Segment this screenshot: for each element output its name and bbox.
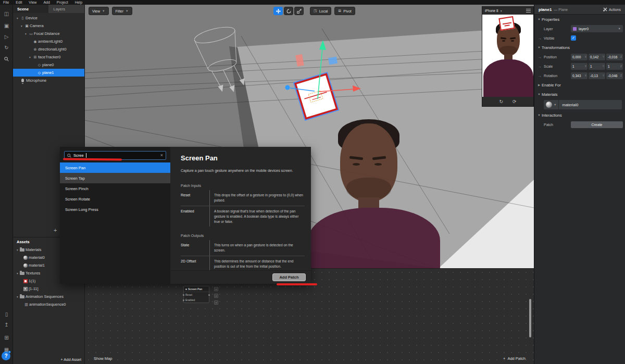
menu-edit[interactable]: Edit [16, 1, 22, 4]
position-y-field[interactable]: 0,142Y [589, 54, 605, 60]
position-x-field[interactable]: 0,000X [571, 54, 588, 60]
node-output-pin[interactable]: + [214, 287, 218, 291]
local-dropdown[interactable]: ◳ Local [310, 7, 331, 15]
patch-arrow-icon[interactable]: → [538, 65, 542, 68]
section-materials[interactable]: ▼ Materials [534, 90, 625, 99]
expand-arrow-icon[interactable]: ▾ [19, 24, 24, 28]
hamburger-menu-icon[interactable] [526, 9, 531, 12]
tree-item-directional-light[interactable]: ⊛ directionalLight0 [13, 45, 84, 53]
add-patch-bottom-button[interactable]: + Add Patch [503, 356, 526, 361]
create-patch-button[interactable]: Create [571, 121, 623, 128]
expand-arrow-icon[interactable]: ▾ [15, 17, 20, 20]
scale-x-field[interactable]: 1X [571, 63, 588, 70]
collapse-arrow-icon[interactable]: ▼ [536, 46, 542, 49]
scene-add-button[interactable]: + [54, 227, 57, 233]
asset-animation-sequence0[interactable]: ▥ animationSequence0 [13, 300, 84, 308]
expand-arrow-icon[interactable]: ▾ [23, 32, 28, 35]
send-to-device-icon[interactable]: ▯ [0, 311, 13, 318]
filter-dropdown[interactable]: Filter ▼ [112, 7, 132, 15]
input-port-icon[interactable] [183, 294, 184, 296]
result-screen-pinch[interactable]: Screen Pinch [60, 183, 170, 194]
collapse-arrow-icon[interactable]: ▼ [536, 18, 542, 21]
section-properties[interactable]: ▼ Properties [534, 15, 625, 24]
patch-arrow-icon[interactable]: → [538, 74, 542, 78]
add-folder-icon[interactable]: ⊞ [0, 335, 13, 341]
tab-scene[interactable]: Scene [13, 5, 48, 13]
patch-arrow-icon[interactable]: → [538, 55, 542, 59]
result-screen-pan[interactable]: Screen Pan [60, 162, 170, 173]
view-dropdown[interactable]: View ▼ [89, 7, 109, 15]
layer-dropdown[interactable]: layer0 ▼ [571, 25, 623, 32]
node-output-pin[interactable]: + [214, 294, 218, 298]
restart-icon[interactable]: ↻ [0, 45, 13, 51]
menu-file[interactable]: File [3, 1, 9, 4]
actions-button[interactable]: Actions [603, 7, 621, 11]
play-icon[interactable]: ▷ [0, 34, 13, 40]
rotation-x-field[interactable]: 0,343X [571, 72, 588, 79]
material-dropdown[interactable]: ▼ material0 [544, 100, 622, 109]
clear-search-icon[interactable]: × [160, 153, 163, 158]
collapse-arrow-icon[interactable]: ▼ [536, 114, 542, 117]
tree-item-device[interactable]: ▾ ▯ Device [13, 14, 84, 22]
scale-z-field[interactable]: 1Z [606, 63, 623, 70]
move-tool-button[interactable] [273, 7, 283, 15]
asset-texture-sequence[interactable]: [1-11] [13, 285, 84, 293]
rotation-z-field[interactable]: -0,046Z [606, 72, 623, 79]
tracked-plane1[interactable] [294, 72, 339, 120]
chevron-down-icon[interactable]: ▼ [500, 9, 503, 12]
simulator-restart-icon[interactable]: ↻ [499, 99, 503, 104]
result-screen-tap[interactable]: Screen Tap [60, 173, 170, 183]
patch-editor-scrollbar[interactable] [529, 299, 531, 337]
show-map-button[interactable]: Show Map [94, 356, 112, 361]
tree-item-focal-distance[interactable]: ▾ ▭ Focal Distance [13, 30, 84, 37]
scale-tool-button[interactable] [294, 7, 304, 15]
visible-checkbox[interactable]: ✓ [571, 35, 576, 41]
expand-arrow-icon[interactable]: ▾ [15, 272, 20, 275]
gizmo-plane-handle-blue[interactable] [328, 57, 338, 65]
tab-layers[interactable]: Layers [48, 5, 85, 13]
video-camera-icon[interactable]: ▣ [0, 23, 13, 29]
export-icon[interactable]: ↥ [0, 322, 13, 328]
tree-item-ambient-light[interactable]: ◉ ambientLight0 [13, 37, 84, 45]
patch-arrow-icon[interactable]: → [538, 36, 542, 40]
expand-arrow-icon[interactable]: ▾ [28, 56, 32, 59]
position-z-field[interactable]: -0,016Z [606, 54, 623, 60]
menu-help[interactable]: Help [75, 1, 82, 4]
node-output-pin[interactable]: + [214, 300, 218, 305]
section-transformations[interactable]: ▼ Transformations [534, 43, 625, 52]
simulator-device-label[interactable]: iPhone 8 [485, 9, 498, 12]
tree-item-face-tracker[interactable]: ▾ ⊞ faceTracker0 [13, 53, 84, 61]
node-port-enabled[interactable]: Enabled [184, 297, 209, 303]
result-screen-long-press[interactable]: Screen Long Press [60, 204, 170, 215]
add-patch-button[interactable]: Add Patch [272, 273, 306, 281]
section-enable-for[interactable]: ▶ Enable For [534, 80, 625, 90]
tree-item-microphone[interactable]: Microphone [13, 77, 84, 84]
section-interactions[interactable]: ▼ Interactions [534, 110, 625, 120]
collapse-arrow-icon[interactable]: ▼ [536, 93, 542, 96]
node-port-reset[interactable]: Reset [184, 292, 209, 297]
panels-icon[interactable]: ◫ [0, 11, 13, 17]
add-asset-button[interactable]: + Add Asset [60, 357, 81, 362]
rotation-y-field[interactable]: -0,13Y [589, 72, 605, 79]
expand-arrow-icon[interactable]: ▾ [15, 248, 20, 252]
simulator-screen[interactable] [482, 15, 533, 97]
result-screen-rotate[interactable]: Screen Rotate [60, 194, 170, 204]
expand-arrow-icon[interactable]: ▾ [15, 295, 20, 298]
scale-y-field[interactable]: 1Y [589, 63, 605, 70]
simulator-rotate-device-icon[interactable]: ⟳ [512, 99, 517, 104]
pivot-dropdown[interactable]: ⊠ Pivot [334, 7, 355, 15]
patch-node-screen-pan[interactable]: Screen Pan Reset Enabled [183, 286, 209, 303]
collapse-arrow-icon[interactable]: ▶ [536, 83, 542, 86]
menu-project[interactable]: Project [57, 1, 68, 4]
menu-add[interactable]: Add [43, 1, 49, 4]
input-port-icon[interactable] [183, 299, 184, 301]
output-port-icon[interactable] [208, 294, 210, 296]
tree-item-plane1-selected[interactable]: ◇ plane1 [13, 69, 84, 77]
menu-view[interactable]: View [29, 1, 36, 4]
tree-item-camera[interactable]: ▾ ▣ Camera [13, 22, 84, 30]
tree-item-plane0[interactable]: ◇ plane0 [13, 61, 84, 69]
search-icon[interactable] [0, 57, 13, 63]
asset-folder-animation-sequences[interactable]: ▾ Animation Sequences [13, 293, 84, 300]
gizmo-plane-handle-red[interactable] [295, 54, 304, 67]
rotate-tool-button[interactable] [284, 7, 293, 15]
